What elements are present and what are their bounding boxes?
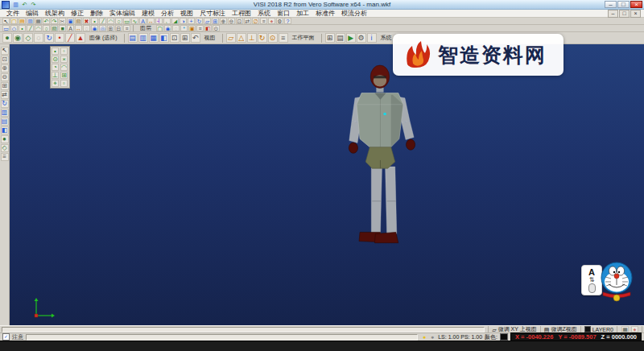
select-arrow-icon[interactable]: ↖ (1, 47, 9, 55)
hidden-line-mode-icon[interactable]: ◌ (34, 33, 43, 43)
model-left-leg[interactable] (371, 167, 382, 233)
new-file-icon[interactable]: ▢ (10, 18, 18, 24)
dock-wireframe-icon[interactable]: ◇ (1, 144, 9, 152)
view-z-indicator[interactable]: ▤ 微调Z视图 (540, 326, 580, 332)
snap-grid-icon[interactable]: ⊞ (60, 72, 68, 79)
select-vertex-icon[interactable]: • (55, 33, 64, 43)
snap-icon[interactable]: ⌖ (268, 18, 275, 24)
windows-taskbar[interactable] (0, 341, 644, 351)
zoom-out-icon[interactable]: ⊖ (228, 18, 235, 24)
zoom-in-icon[interactable]: ⊕ (220, 18, 227, 24)
select-edge-icon[interactable]: ╱ (65, 33, 75, 43)
grid-toggle-icon[interactable]: ▦ (621, 326, 629, 332)
info-icon[interactable]: i (367, 33, 377, 43)
snap-point-icon[interactable]: ▫ (60, 80, 68, 87)
redo-icon[interactable]: ↷ (51, 18, 58, 24)
wireframe-mode-icon[interactable]: ◇ (23, 33, 33, 43)
copy-icon[interactable]: ▣ (67, 18, 74, 24)
layer-lock-icon[interactable]: ⊙ (213, 25, 220, 31)
light-on-icon[interactable]: ● (421, 334, 427, 341)
filter-points-icon[interactable]: • (19, 25, 26, 31)
filter-surfaces-icon[interactable]: ▧ (51, 25, 58, 31)
menu-item[interactable]: 线架构 (42, 10, 68, 18)
menu-item[interactable]: 文件 (3, 10, 23, 18)
settings-icon[interactable]: ⚙ (276, 18, 283, 24)
rectangle-icon[interactable]: ▭ (123, 18, 130, 24)
filter-circles-icon[interactable]: ○ (43, 25, 50, 31)
dimension-icon[interactable]: ↔ (147, 18, 155, 24)
dock-shaded-icon[interactable]: ● (1, 135, 9, 143)
text-icon[interactable]: A (139, 18, 147, 24)
mdi-close-button[interactable]: × (630, 10, 641, 18)
menu-item[interactable]: 尺寸标注 (196, 10, 229, 18)
workplane-list-icon[interactable]: ≡ (279, 33, 288, 43)
zoom-fit-icon[interactable]: ⊡ (236, 18, 243, 24)
model-right-leg[interactable] (386, 167, 397, 233)
quick-undo-icon[interactable]: ↶ (21, 1, 28, 8)
snap-toggle-icon[interactable]: ⌖ (631, 326, 638, 332)
fillet-icon[interactable]: ◟ (163, 18, 171, 24)
select-window-icon[interactable]: ▭ (2, 25, 10, 31)
group-icon[interactable]: ⊞ (107, 25, 114, 31)
move-icon[interactable]: + (188, 18, 195, 24)
snap-perpendicular-icon[interactable]: ⊥ (52, 72, 59, 79)
layer-indicator[interactable]: LAYER0 (580, 326, 617, 332)
menu-item[interactable]: 编辑 (23, 10, 42, 18)
filter-solids-icon[interactable]: ■ (59, 25, 66, 31)
trim-icon[interactable]: ┤ (155, 18, 163, 24)
dock-view-top-icon[interactable]: ▤ (1, 118, 9, 126)
command-input-field[interactable] (26, 334, 418, 341)
database-icon[interactable]: ▤ (336, 33, 345, 43)
current-color-swatch[interactable] (500, 333, 508, 341)
pan-icon[interactable]: ⇄ (244, 18, 251, 24)
snap-tangent-icon[interactable]: ◠ (60, 64, 68, 71)
arc-icon[interactable]: ◠ (107, 18, 114, 24)
isolate-icon[interactable]: ◎ (99, 25, 106, 31)
layer-list-icon[interactable]: ≡ (196, 25, 204, 31)
zoom-all-icon[interactable]: ⊞ (180, 33, 190, 43)
dock-pan-icon[interactable]: ⇄ (1, 91, 9, 99)
menu-item[interactable]: 分析 (158, 10, 177, 18)
menu-item[interactable]: 实体编辑 (106, 10, 138, 18)
save-icon[interactable]: ▥ (27, 18, 34, 24)
layer-color-icon[interactable]: ◧ (204, 25, 212, 31)
view-front-icon[interactable]: ▥ (138, 33, 148, 43)
mdi-restore-button[interactable]: □ (619, 10, 630, 18)
workplane-standard-icon[interactable]: ▱ (226, 33, 236, 43)
delete-icon[interactable]: ✖ (83, 18, 90, 24)
menu-item[interactable]: 建模 (138, 10, 158, 18)
zoom-window-icon[interactable]: ⊡ (170, 33, 180, 43)
workplane-normal-icon[interactable]: ⊥ (247, 33, 257, 43)
chamfer-icon[interactable]: ◢ (171, 18, 179, 24)
snap-mid-icon[interactable]: ◦ (60, 47, 68, 55)
menu-item[interactable]: 修正 (68, 10, 87, 18)
rotate-icon[interactable]: ↻ (196, 18, 203, 24)
model-right-forearm[interactable] (402, 121, 414, 139)
menu-item[interactable]: 系统 (254, 10, 274, 18)
attributes-icon[interactable]: ≡ (123, 25, 130, 31)
menu-item[interactable]: 窗口 (274, 10, 293, 18)
macro-run-icon[interactable]: ▶ (346, 33, 356, 43)
undo-icon[interactable]: ↶ (43, 18, 50, 24)
mdi-minimize-button[interactable]: – (608, 10, 618, 18)
snap-intersection-icon[interactable]: × (60, 56, 68, 63)
point-icon[interactable]: • (91, 18, 98, 24)
model-left-hand[interactable] (349, 142, 357, 153)
select-face-icon[interactable]: ▲ (76, 33, 85, 43)
snap-quadrant-icon[interactable]: ◔ (52, 64, 59, 71)
select-icon[interactable]: ↖ (2, 18, 10, 24)
dock-layer-manager-icon[interactable]: ≡ (1, 153, 9, 161)
snap-center-icon[interactable]: ⊙ (52, 56, 59, 63)
view-xy-indicator[interactable]: ▱ 微调 XY 上视图 (488, 326, 540, 332)
workplane-3points-icon[interactable]: △ (237, 33, 246, 43)
scale-icon[interactable]: ▱ (204, 18, 211, 24)
shaded-edges-mode-icon[interactable]: ◉ (13, 33, 23, 43)
menu-item[interactable]: 加工 (293, 10, 312, 18)
model-right-shoe[interactable] (374, 232, 398, 242)
menu-item[interactable]: 标准件 (312, 10, 338, 18)
workplane-rotate-icon[interactable]: ↻ (258, 33, 267, 43)
view-right-icon[interactable]: ▦ (149, 33, 159, 43)
menu-item[interactable]: 视图 (177, 10, 196, 18)
model-man-figure[interactable] (336, 64, 428, 260)
model-right-hand[interactable] (406, 139, 415, 150)
